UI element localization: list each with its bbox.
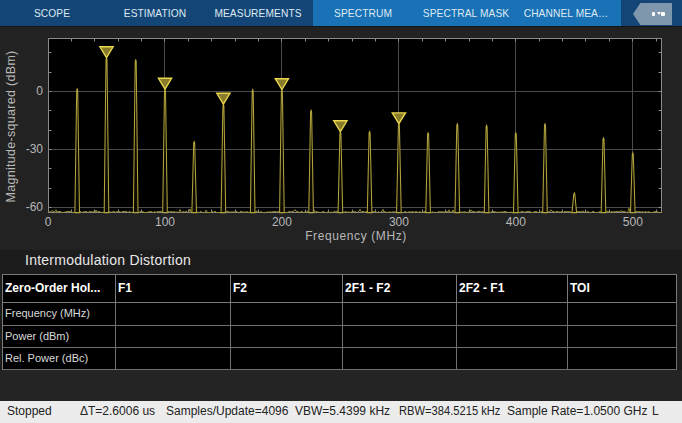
svg-text:100: 100: [155, 215, 175, 229]
svg-text:0: 0: [45, 215, 52, 229]
svg-text:0: 0: [36, 84, 43, 98]
svg-text:-60: -60: [26, 200, 44, 214]
svg-text:500: 500: [623, 215, 643, 229]
svg-text:-30: -30: [26, 142, 44, 156]
svg-text:200: 200: [272, 215, 292, 229]
svg-text:Frequency (MHz): Frequency (MHz): [305, 229, 407, 243]
svg-text:Magnitude-squared (dBm): Magnitude-squared (dBm): [4, 50, 18, 202]
svg-text:300: 300: [389, 215, 409, 229]
svg-text:400: 400: [506, 215, 526, 229]
